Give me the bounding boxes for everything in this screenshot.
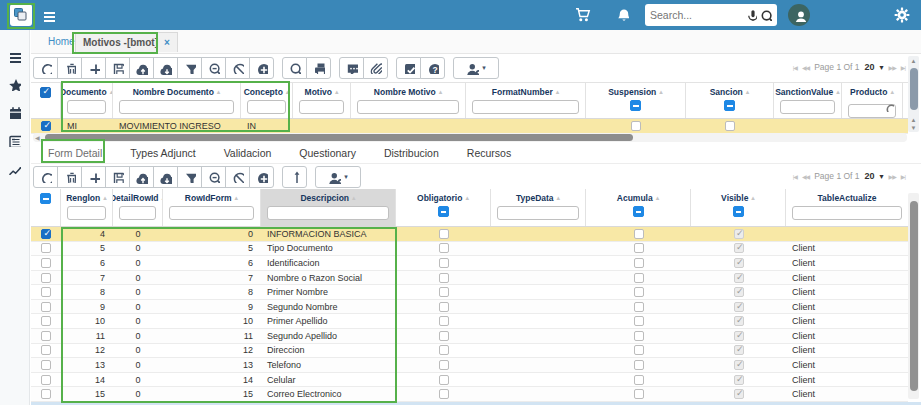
pager-last-button[interactable]: ▶| [901, 64, 905, 71]
obligatorio-checkbox[interactable] [439, 287, 449, 297]
delete-button[interactable] [57, 57, 82, 79]
filter-checkbox-suspension[interactable] [630, 100, 641, 111]
obligatorio-checkbox[interactable] [439, 389, 449, 399]
row-checkbox[interactable] [41, 316, 51, 326]
breadcrumb-home-link[interactable]: Home [48, 36, 75, 47]
pager-prev-button[interactable]: ◀◀ [802, 173, 809, 180]
download-button[interactable] [153, 57, 178, 79]
obligatorio-checkbox[interactable] [439, 258, 449, 268]
vertical-scrollbar-thumb[interactable] [910, 68, 918, 110]
horizontal-scrollbar-thumb[interactable] [45, 134, 633, 141]
notifications-button[interactable] [616, 7, 629, 25]
save-button[interactable] [105, 166, 130, 188]
save-button[interactable] [105, 57, 130, 79]
filter-checkbox-sancion[interactable] [724, 100, 735, 111]
cancel-button[interactable] [225, 57, 250, 79]
column-header-nombre-motivo[interactable]: Nombre Motivo▴ [351, 83, 466, 118]
page-size-select[interactable]: 20 [865, 62, 875, 72]
column-header-detailrowid[interactable]: DetailRowId▴ [113, 189, 163, 226]
filter-input-descripcion[interactable] [267, 206, 389, 220]
help-button[interactable] [420, 57, 445, 79]
sancion-checkbox[interactable] [725, 121, 735, 131]
suspension-checkbox[interactable] [631, 121, 641, 131]
sidebar-menu-item[interactable] [8, 50, 21, 63]
visible-checkbox[interactable] [734, 229, 744, 239]
add-button[interactable] [81, 57, 106, 79]
obligatorio-checkbox[interactable] [439, 243, 449, 253]
visible-checkbox[interactable] [734, 375, 744, 385]
documents-row[interactable]: MI MOVIMIENTO INGRESO IN [31, 119, 908, 134]
column-header-motivo[interactable]: Motivo▴ [293, 83, 351, 118]
acumula-checkbox[interactable] [634, 243, 644, 253]
form-detail-row[interactable]: 8 0 8 Primer Nombre Client [31, 285, 908, 300]
pager-next-button[interactable]: ▶▶ [889, 173, 896, 180]
tab-close-icon[interactable]: × [164, 37, 170, 48]
filter-input-renglon[interactable] [67, 206, 106, 220]
tab-distribucion[interactable]: Distribucion [384, 147, 439, 159]
visible-checkbox[interactable] [734, 287, 744, 297]
column-header-concepto[interactable]: Concepto▴ [241, 83, 293, 118]
attachments-button[interactable] [363, 57, 388, 79]
acumula-checkbox[interactable] [634, 316, 644, 326]
approve-button[interactable] [396, 57, 421, 79]
row-checkbox[interactable] [41, 389, 51, 399]
acumula-checkbox[interactable] [634, 273, 644, 283]
tab-validacion[interactable]: Validacion [224, 147, 272, 159]
filter-input-formatnumber[interactable] [472, 100, 579, 114]
page-size-select[interactable]: 20 [865, 171, 875, 181]
row-checkbox[interactable] [41, 375, 51, 385]
filter-input-sanctionvalue[interactable] [780, 100, 835, 114]
column-header-sancion[interactable]: Sancion▴ [686, 83, 774, 118]
column-header-sanctionvalue[interactable]: SanctionValue▴ [774, 83, 842, 118]
form-detail-row[interactable]: 12 0 12 Direccion Client [31, 344, 908, 359]
comments-button[interactable] [339, 57, 364, 79]
filter-input-documento[interactable] [67, 100, 106, 114]
row-checkbox[interactable] [41, 229, 51, 239]
vertical-scrollbar-thumb[interactable] [910, 201, 918, 391]
app-logo[interactable] [10, 4, 32, 26]
lookup-icon[interactable] [885, 103, 894, 112]
upload-button[interactable] [129, 166, 154, 188]
pager-prev-button[interactable]: ◀◀ [802, 64, 809, 71]
microphone-button[interactable] [745, 9, 757, 21]
column-header-typedata[interactable]: TypeData▴ [491, 189, 586, 226]
filter-input-concepto[interactable] [247, 100, 286, 114]
search-records-button[interactable] [282, 57, 307, 79]
sidebar-favorites-item[interactable] [8, 78, 21, 91]
scroll-down-stepper[interactable]: ▼ [908, 125, 919, 131]
filter-input-motivo[interactable] [299, 100, 344, 114]
filter-button[interactable] [177, 166, 202, 188]
row-checkbox[interactable] [41, 287, 51, 297]
column-header-suspension[interactable]: Suspension▴ [586, 83, 686, 118]
pager-first-button[interactable]: |◀ [793, 64, 797, 71]
column-header-nombre-documento[interactable]: Nombre Documento▴ [113, 83, 241, 118]
obligatorio-checkbox[interactable] [439, 375, 449, 385]
form-detail-row[interactable]: 15 0 15 Correo Electronico Client [31, 387, 908, 402]
filter-checkbox-acumula[interactable] [633, 206, 644, 217]
visible-checkbox[interactable] [734, 331, 744, 341]
obligatorio-checkbox[interactable] [439, 345, 449, 355]
visible-checkbox[interactable] [734, 316, 744, 326]
select-all-checkbox[interactable] [40, 87, 51, 98]
filter-input-rowidform[interactable] [169, 206, 254, 220]
obligatorio-checkbox[interactable] [439, 331, 449, 341]
form-detail-row[interactable]: 7 0 7 Nombre o Razon Social Client [31, 271, 908, 286]
row-checkbox[interactable] [41, 360, 51, 370]
obligatorio-checkbox[interactable] [439, 302, 449, 312]
sidebar-reports-item[interactable] [8, 162, 21, 175]
filter-button[interactable] [177, 57, 202, 79]
acumula-checkbox[interactable] [634, 302, 644, 312]
column-header-producto[interactable]: Producto▴ [842, 83, 903, 118]
download-button[interactable] [153, 166, 178, 188]
zoom-button[interactable] [201, 57, 226, 79]
row-checkbox[interactable] [41, 345, 51, 355]
user-settings-dropdown[interactable]: ▾ [315, 166, 361, 188]
visible-checkbox[interactable] [734, 389, 744, 399]
form-detail-row[interactable]: 10 0 10 Primer Apellido Client [31, 314, 908, 329]
filter-input-nombre-motivo[interactable] [357, 100, 459, 114]
add-circle-button[interactable] [249, 166, 274, 188]
scroll-left-arrow[interactable]: ◀ [35, 134, 40, 141]
row-checkbox[interactable] [41, 258, 51, 268]
row-checkbox[interactable] [41, 121, 51, 131]
form-detail-row[interactable]: 6 0 6 Identificacion Client [31, 256, 908, 271]
